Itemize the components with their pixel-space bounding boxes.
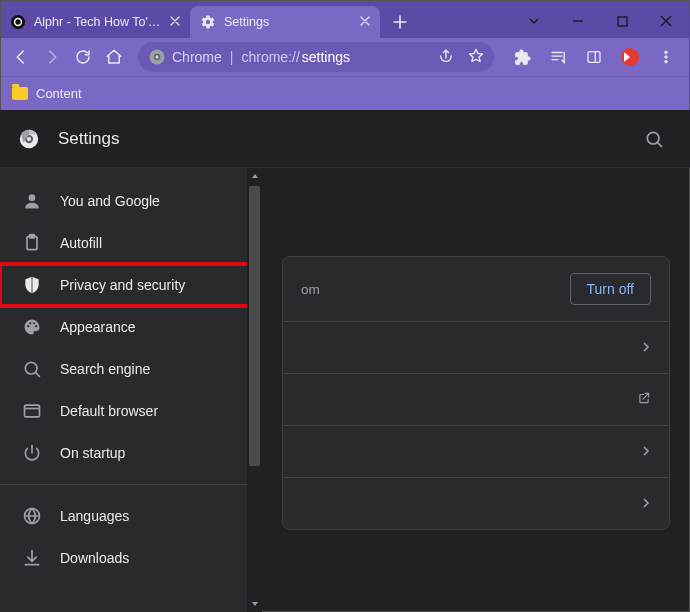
nav-label: Autofill: [60, 235, 102, 251]
forward-button[interactable]: [39, 41, 64, 73]
tab-settings[interactable]: Settings: [190, 6, 380, 38]
tab-alphr[interactable]: Alphr - Tech How To's & G: [0, 6, 190, 38]
chrome-logo-icon: [18, 128, 40, 150]
scroll-down-icon[interactable]: [247, 596, 262, 612]
side-panel-button[interactable]: [578, 41, 610, 73]
svg-point-7: [665, 51, 668, 54]
nav-label: Search engine: [60, 361, 150, 377]
open-external-icon: [637, 391, 651, 408]
card-row[interactable]: [283, 425, 669, 477]
profile-button[interactable]: [614, 41, 646, 73]
person-icon: [22, 191, 42, 211]
chevron-right-icon: [641, 444, 651, 459]
download-icon: [22, 548, 42, 568]
close-icon[interactable]: [170, 15, 180, 29]
bookmark-star-icon[interactable]: [468, 48, 484, 67]
svg-rect-16: [30, 235, 35, 238]
nav-label: Downloads: [60, 550, 129, 566]
bookmark-folder-content[interactable]: Content: [12, 86, 82, 101]
nav-on-startup[interactable]: On startup: [0, 432, 262, 474]
caret-down-button[interactable]: [512, 6, 556, 36]
sidebar-scrollbar[interactable]: [247, 168, 262, 612]
toolbar: Chrome | chrome://settings: [0, 38, 690, 76]
settings-main-panel: om Turn off: [262, 168, 690, 612]
omnibox-chip: Chrome: [172, 49, 222, 65]
clipboard-icon: [22, 233, 42, 253]
svg-point-17: [27, 325, 29, 327]
svg-point-18: [29, 322, 31, 324]
svg-point-5: [155, 55, 158, 58]
minimize-button[interactable]: [556, 6, 600, 36]
svg-rect-2: [618, 17, 627, 26]
svg-point-12: [27, 136, 31, 140]
omnibox-separator: |: [230, 49, 234, 65]
settings-nav[interactable]: You and Google Autofill Privacy and secu…: [0, 168, 262, 612]
turn-off-button[interactable]: Turn off: [570, 273, 651, 305]
back-button[interactable]: [8, 41, 33, 73]
nav-downloads[interactable]: Downloads: [0, 537, 262, 579]
palette-icon: [22, 317, 42, 337]
chevron-right-icon: [641, 340, 651, 355]
scrollbar-thumb[interactable]: [249, 186, 260, 466]
nav-default-browser[interactable]: Default browser: [0, 390, 262, 432]
svg-point-21: [25, 362, 37, 374]
svg-point-20: [35, 325, 37, 327]
nav-label: Languages: [60, 508, 129, 524]
svg-point-13: [647, 132, 659, 144]
search-icon: [22, 359, 42, 379]
nav-autofill[interactable]: Autofill: [0, 222, 262, 264]
tab-label: Settings: [224, 15, 352, 29]
extensions-button[interactable]: [506, 41, 538, 73]
svg-point-8: [665, 56, 668, 59]
nav-label: Privacy and security: [60, 277, 185, 293]
svg-point-9: [665, 60, 668, 63]
card-row-text: om: [301, 282, 320, 297]
nav-you-and-google[interactable]: You and Google: [0, 180, 262, 222]
menu-button[interactable]: [650, 41, 682, 73]
settings-sidebar: You and Google Autofill Privacy and secu…: [0, 168, 262, 612]
chevron-right-icon: [641, 496, 651, 511]
reading-list-button[interactable]: [542, 41, 574, 73]
globe-icon: [22, 506, 42, 526]
maximize-button[interactable]: [600, 6, 644, 36]
svg-rect-22: [25, 405, 40, 417]
avatar-icon: [621, 48, 639, 66]
close-icon[interactable]: [360, 15, 370, 29]
nav-separator: [0, 484, 262, 485]
scroll-up-icon[interactable]: [247, 168, 262, 184]
svg-point-19: [33, 322, 35, 324]
settings-card: om Turn off: [282, 256, 670, 530]
chrome-icon: [148, 48, 166, 66]
page-title: Settings: [58, 129, 119, 149]
window-controls: [512, 6, 690, 36]
tab-label: Alphr - Tech How To's & G: [34, 15, 162, 29]
nav-label: Default browser: [60, 403, 158, 419]
card-row-sync[interactable]: om Turn off: [283, 257, 669, 321]
window-close-button[interactable]: [644, 6, 688, 36]
power-icon: [22, 443, 42, 463]
omnibox[interactable]: Chrome | chrome://settings: [138, 42, 494, 72]
gear-icon: [200, 14, 216, 30]
settings-search-button[interactable]: [636, 121, 672, 157]
folder-icon: [12, 87, 28, 100]
new-tab-button[interactable]: [386, 8, 414, 36]
nav-label: On startup: [60, 445, 125, 461]
nav-privacy-and-security[interactable]: Privacy and security: [0, 264, 262, 306]
svg-point-0: [11, 15, 25, 29]
svg-point-14: [29, 194, 36, 201]
nav-appearance[interactable]: Appearance: [0, 306, 262, 348]
omnibox-url-scheme: chrome://: [241, 49, 299, 65]
card-row[interactable]: [283, 321, 669, 373]
share-icon[interactable]: [438, 48, 454, 67]
settings-page: Settings You and Google Autofill Privacy…: [0, 110, 690, 612]
nav-label: You and Google: [60, 193, 160, 209]
nav-languages[interactable]: Languages: [0, 495, 262, 537]
alphr-favicon-icon: [10, 14, 26, 30]
settings-header: Settings: [0, 110, 690, 168]
card-row[interactable]: [283, 373, 669, 425]
nav-search-engine[interactable]: Search engine: [0, 348, 262, 390]
home-button[interactable]: [101, 41, 126, 73]
card-row[interactable]: [283, 477, 669, 529]
reload-button[interactable]: [70, 41, 95, 73]
nav-label: Appearance: [60, 319, 136, 335]
